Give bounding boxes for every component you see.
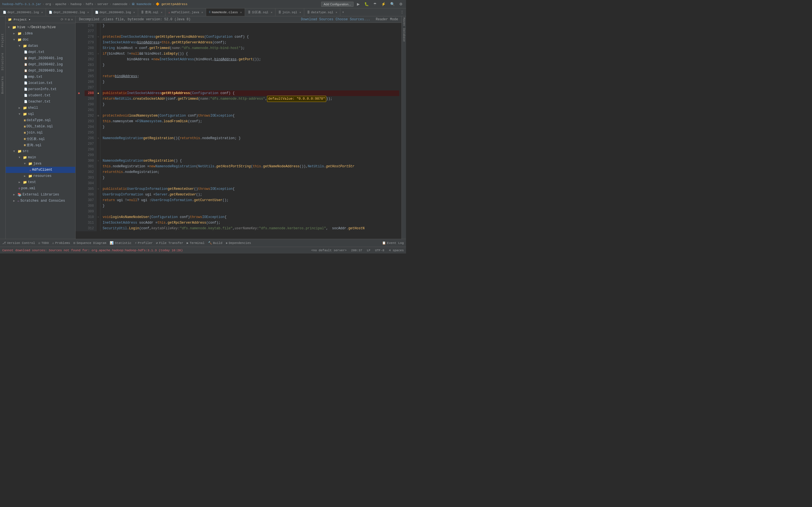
bookmarks-label[interactable]: Bookmarks [1, 76, 4, 94]
add-configuration-button[interactable]: Add Configuration... [321, 2, 354, 7]
profiler-button[interactable]: ⚡ Profiler [135, 241, 153, 245]
version-control-button[interactable]: ⎇ Version Control [2, 241, 35, 245]
tree-datas[interactable]: ▼ 📁 datas [6, 43, 75, 49]
tree-location-txt[interactable]: 📄 location.txt [6, 80, 75, 86]
tree-main[interactable]: ▼ 📁 main [6, 154, 75, 161]
collapse-button[interactable]: ≡ [64, 17, 66, 22]
tree-shell[interactable]: ▶ 📁 shell [6, 105, 75, 111]
panel-header: 📁 Project ▾ ⟳ ≡ ⚙ ✕ [6, 16, 75, 23]
close-tab-icon[interactable]: ✕ [41, 11, 43, 14]
close-tab-icon[interactable]: ✕ [201, 11, 203, 14]
tab-namenode-class[interactable]: C NameNode.class ✕ [206, 8, 245, 16]
breakpoint-icon[interactable]: ● [78, 91, 80, 96]
tab-join-sql[interactable]: 🗄 join.sql ✕ [275, 8, 304, 16]
breadcrumb-namenode-class[interactable]: 🏛 NameNode [132, 2, 151, 6]
code-editor[interactable]: } protected InetSocketAddress getHttpSer… [100, 23, 402, 231]
sync-button[interactable]: ⟳ [61, 17, 63, 22]
breadcrumb-apache[interactable]: apache [55, 3, 66, 6]
debug-button[interactable]: 🐛 [363, 1, 370, 7]
run-button[interactable]: ▶ [356, 1, 361, 7]
breadcrumb-hadoop[interactable]: hadoop [70, 3, 82, 6]
tree-java-folder[interactable]: ▼ 📁 java [6, 161, 75, 167]
tree-doc[interactable]: ▼ 📁 doc [6, 37, 75, 43]
tab-hdfsclient[interactable]: ☕ HdfsClient.java ✕ [165, 8, 206, 16]
tree-test[interactable]: ▶ 📁 test [6, 179, 75, 185]
dependencies-button[interactable]: ◈ Dependencies [226, 241, 251, 245]
close-tab-icon[interactable]: ✕ [87, 11, 89, 14]
tree-datatype-sql[interactable]: ▦ dataType.sql [6, 117, 75, 123]
breadcrumb-server[interactable]: server [97, 3, 109, 6]
tree-dept-log1[interactable]: 📋 dept_20200401.log [6, 55, 75, 61]
search-button[interactable]: 🔍 [389, 1, 396, 7]
breadcrumb-hdfs[interactable]: hdfs [86, 3, 93, 6]
event-log-button[interactable]: 📋 Event Log [382, 241, 404, 245]
choose-sources-link[interactable]: Choose Sources... [336, 17, 370, 21]
tree-query-sql[interactable]: ▦ 查询.sql [6, 142, 75, 148]
breadcrumb-method[interactable]: 🔶 getHttpAddress [156, 2, 188, 6]
tree-src[interactable]: ▼ 📁 src [6, 148, 75, 154]
tree-emp-txt[interactable]: 📄 emp.txt [6, 74, 75, 80]
tab-query-sql[interactable]: 🗄 查询.sql ✕ [138, 8, 165, 16]
close-tab-icon[interactable]: ✕ [299, 11, 301, 14]
tree-root[interactable]: ▼ 📁 hive ~/Desktop/hive [6, 24, 75, 31]
code-line-284 [103, 68, 399, 73]
close-tab-icon[interactable]: ✕ [271, 11, 272, 14]
tree-dept-log2[interactable]: 📋 dept_20200402.log [6, 61, 75, 68]
profile-button[interactable]: ⚡ [380, 1, 387, 7]
code-line-312: SecurityUtil.Login(conf, keytabFileKey: … [103, 226, 399, 231]
breadcrumb-org[interactable]: org [45, 3, 51, 6]
tree-ddl-sql[interactable]: ▦ DDL_table.sql [6, 123, 75, 129]
tree-partition-sql[interactable]: ▦ 分区表.sql [6, 136, 75, 142]
tree-external-libraries[interactable]: ▶ 📚 External Libraries [6, 191, 75, 198]
tree-sql[interactable]: ▼ 📁 sql [6, 111, 75, 117]
file-transfer-button[interactable]: ⇄ File Transfer [156, 241, 183, 245]
code-line-293: this.namesystem = FSNamesystem.loadFromD… [103, 119, 399, 124]
close-tab-icon[interactable]: ✕ [240, 11, 242, 14]
tree-student-txt[interactable]: 📄 student.txt [6, 93, 75, 99]
database-label[interactable]: Database [402, 28, 405, 42]
tab-dept-20200401[interactable]: 📄 dept_20200401.log ✕ [0, 8, 46, 16]
line-numbers: 276 277 278 279 280 281 282 283 284 285 … [82, 23, 96, 231]
breadcrumb-namenode[interactable]: namenode [112, 3, 128, 6]
tree-hdfsclient[interactable]: ☕ HdfsClient [6, 167, 75, 173]
more-tabs-button[interactable]: ▾ [340, 10, 346, 14]
close-tab-icon[interactable]: ✕ [161, 11, 162, 14]
tree-scratches-consoles[interactable]: ▶ ✏ Scratches and Consoles [6, 198, 75, 204]
coverage-button[interactable]: ☂ [372, 1, 378, 7]
download-sources-link[interactable]: Download Sources [301, 17, 333, 21]
tree-dept-txt[interactable]: 📄 dept.txt [6, 49, 75, 55]
tree-idea[interactable]: ▶ 📁 .idea [6, 31, 75, 37]
tree-teacher-txt[interactable]: 📄 teacher.txt [6, 99, 75, 105]
tab-menu-button[interactable]: ⋮ [400, 10, 406, 14]
close-tab-icon[interactable]: ✕ [336, 11, 337, 14]
status-error-text: Cannot download sources: Sources not fou… [2, 249, 183, 252]
build-button[interactable]: 🔨 Build [208, 241, 222, 245]
breadcrumb-jar[interactable]: hadoop-hdfs-3.1.3.jar [2, 3, 42, 6]
build-icon: 🔨 [208, 241, 212, 245]
todo-button[interactable]: ☑ TODO [38, 241, 49, 245]
code-scroll[interactable]: ● [75, 23, 402, 239]
problems-button[interactable]: ⚠ Problems [52, 241, 70, 245]
tab-dept-20200403[interactable]: 📄 dept_20200403.log ✕ [92, 8, 138, 16]
position-indicator: 288:37 [351, 249, 362, 252]
code-line-305: public static UserGroupInformation getRe… [103, 186, 399, 192]
close-tab-icon[interactable]: ✕ [133, 11, 135, 14]
tab-partition-sql[interactable]: 🗄 分区表.sql ✕ [245, 8, 275, 16]
tree-pom-xml[interactable]: ⚙ pom.xml [6, 185, 75, 191]
sequence-diagram-button[interactable]: ⊡ Sequence Diagram [73, 241, 106, 245]
settings-button[interactable]: ⚙ [398, 1, 404, 7]
tree-personinfo-txt[interactable]: 📄 personInfo.txt [6, 86, 75, 93]
close-panel-button[interactable]: ✕ [71, 17, 73, 22]
tab-datatype-sql[interactable]: 🗄 dataType.sql ✕ [304, 8, 340, 16]
tab-dept-20200402[interactable]: 📄 dept_20200402.log ✕ [46, 8, 92, 16]
tree-join-sql[interactable]: ▦ join.sql [6, 129, 75, 136]
maven-label[interactable]: Maven [402, 17, 405, 26]
structure-label[interactable]: Structure [1, 53, 4, 70]
tree-resources[interactable]: ▶ 📁 resources [6, 173, 75, 179]
reader-mode-link[interactable]: Reader Mode [376, 17, 398, 21]
settings-icon[interactable]: ⚙ [68, 17, 70, 22]
terminal-button[interactable]: ▶ Terminal [187, 241, 204, 245]
tree-dept-log3[interactable]: 📋 dept_20200403.log [6, 68, 75, 74]
statistic-button[interactable]: 📊 Statistic [110, 241, 132, 245]
project-label[interactable]: Project [1, 33, 4, 47]
